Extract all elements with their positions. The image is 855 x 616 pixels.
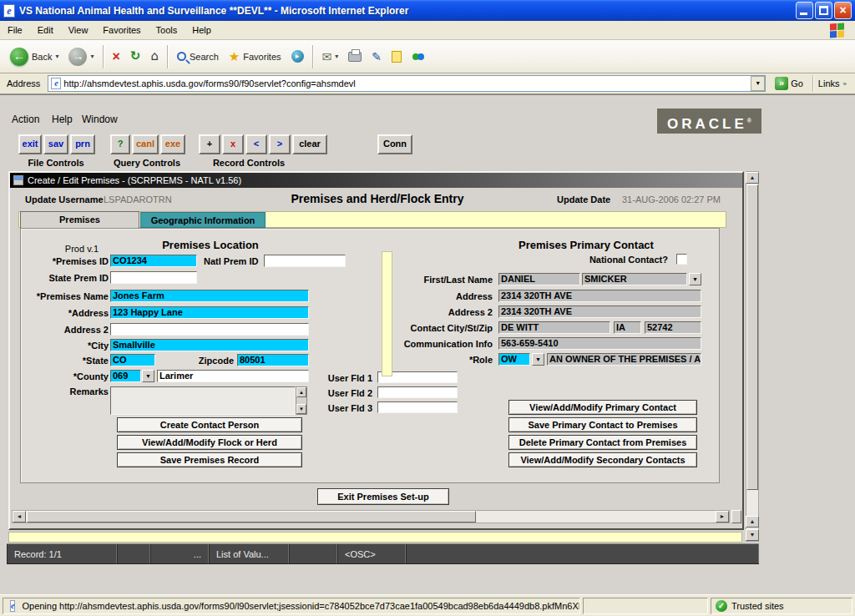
go-button[interactable]: » Go bbox=[770, 77, 808, 90]
forms-window-titlebar[interactable]: Create / Edit Premises - (SCRPREMS - NAT… bbox=[10, 173, 742, 188]
first-name-field[interactable]: DANIEL bbox=[498, 273, 580, 285]
horizontal-scrollbar-thumb[interactable] bbox=[27, 511, 476, 523]
scroll-left-icon[interactable]: ◄ bbox=[13, 511, 26, 523]
zipcode-field[interactable]: 80501 bbox=[237, 354, 309, 366]
contact-address2-label: Address 2 bbox=[369, 307, 493, 317]
refresh-button[interactable]: ↻ bbox=[125, 43, 146, 71]
vertical-scrollbar-thumb[interactable] bbox=[746, 184, 758, 490]
view-add-modify-flock-or-herd-button[interactable]: View/Add/Modify Flock or Herd bbox=[117, 435, 302, 450]
menu-edit[interactable]: Edit bbox=[30, 22, 61, 38]
remarks-scroll-up-icon[interactable]: ▲ bbox=[296, 387, 306, 397]
save-premises-record-button[interactable]: Save Premises Record bbox=[117, 452, 302, 467]
clear-record-button[interactable]: clear bbox=[292, 134, 327, 154]
remarks-scroll-down-icon[interactable]: ▼ bbox=[296, 404, 306, 414]
scroll-up-bottom-icon[interactable]: ▲ bbox=[746, 516, 759, 528]
premises-id-field[interactable]: CO1234 bbox=[110, 255, 197, 267]
menu-favorites[interactable]: Favorites bbox=[95, 22, 148, 38]
scroll-right-icon[interactable]: ► bbox=[716, 511, 729, 523]
query-button[interactable]: ? bbox=[110, 134, 130, 154]
media-button[interactable]: ▸ bbox=[286, 43, 309, 71]
previous-record-button[interactable]: < bbox=[245, 134, 267, 154]
role-dropdown-button[interactable]: ▼ bbox=[532, 353, 544, 366]
home-button[interactable]: ⌂ bbox=[145, 43, 164, 71]
state-prem-id-field[interactable] bbox=[110, 271, 197, 284]
national-contact-checkbox[interactable] bbox=[676, 254, 687, 265]
forms-window-title: Create / Edit Premises - (SCRPREMS - NAT… bbox=[28, 173, 241, 188]
menu-help[interactable]: Help bbox=[185, 22, 219, 38]
edit-button[interactable]: ✎ bbox=[367, 43, 387, 71]
forward-button[interactable]: → ▾ bbox=[63, 43, 99, 71]
remarks-scrollbar[interactable]: ▲ ▼ bbox=[296, 386, 307, 415]
last-name-field[interactable]: SMICKER bbox=[582, 273, 687, 285]
applet-menu-help[interactable]: Help bbox=[52, 114, 73, 125]
contact-zip-field[interactable]: 52742 bbox=[645, 321, 701, 334]
minimize-button[interactable] bbox=[796, 2, 813, 19]
search-button[interactable]: Search bbox=[172, 43, 224, 71]
county-name-field[interactable]: Larimer bbox=[157, 370, 309, 382]
role-code-field[interactable]: OW bbox=[498, 353, 530, 366]
exit-premises-setup-button[interactable]: Exit Premises Set-up bbox=[317, 488, 449, 505]
communication-info-field[interactable]: 563-659-5410 bbox=[498, 337, 701, 350]
conn-button[interactable]: Conn bbox=[377, 134, 412, 154]
create-contact-person-button[interactable]: Create Contact Person bbox=[117, 417, 302, 432]
vertical-scrollbar[interactable]: ▲ ▲ ▼ bbox=[746, 171, 759, 542]
horizontal-scrollbar[interactable]: ◄ ► bbox=[12, 510, 730, 523]
print-record-button[interactable]: prn bbox=[70, 134, 95, 154]
contact-city-field[interactable]: DE WITT bbox=[498, 321, 610, 334]
applet-menu-action[interactable]: Action bbox=[12, 114, 39, 125]
notes-button[interactable] bbox=[387, 43, 407, 71]
applet-menu-window[interactable]: Window bbox=[82, 114, 118, 125]
scroll-up-icon[interactable]: ▲ bbox=[746, 172, 759, 184]
links-button[interactable]: Links » bbox=[818, 78, 852, 88]
user-fld-2-field[interactable] bbox=[377, 386, 458, 398]
view-add-modify-primary-contact-button[interactable]: View/Add/Modify Primary Contact bbox=[508, 400, 697, 415]
search-icon bbox=[177, 52, 186, 61]
remarks-field[interactable] bbox=[110, 386, 296, 415]
user-fld-3-field[interactable] bbox=[377, 401, 458, 413]
maximize-button[interactable] bbox=[815, 2, 832, 19]
address2-field[interactable] bbox=[110, 323, 309, 336]
mail-button[interactable]: ✉ ▾ bbox=[317, 43, 344, 71]
scroll-down-icon[interactable]: ▼ bbox=[746, 529, 759, 541]
back-icon: ← bbox=[10, 48, 28, 66]
forms-window-content: Update Username LSPADAROTRN Premises and… bbox=[10, 188, 742, 528]
exit-button[interactable]: exit bbox=[18, 134, 42, 154]
close-button[interactable]: × bbox=[834, 2, 852, 19]
county-dropdown-button[interactable]: ▼ bbox=[142, 370, 154, 382]
contact-address-field[interactable]: 2314 320TH AVE bbox=[498, 290, 701, 302]
tab-premises[interactable]: Premises bbox=[20, 211, 139, 228]
delete-record-button[interactable]: x bbox=[222, 134, 244, 154]
premises-location-heading: Premises Location bbox=[110, 239, 311, 251]
premises-name-field[interactable]: Jones Farm bbox=[110, 290, 309, 302]
record-count-status: Record: 1/1 bbox=[7, 544, 117, 563]
user-fld-1-label: User Fld 1 bbox=[321, 373, 372, 383]
next-record-button[interactable]: > bbox=[269, 134, 291, 154]
delete-primary-contact-from-premises-button[interactable]: Delete Primary Contact from Premises bbox=[508, 435, 697, 450]
menu-view[interactable]: View bbox=[61, 22, 96, 38]
address-dropdown-button[interactable]: ▼ bbox=[751, 76, 765, 91]
favorites-button[interactable]: ★ Favorites bbox=[224, 43, 286, 71]
natl-prem-id-field[interactable] bbox=[264, 255, 346, 267]
messenger-button[interactable] bbox=[407, 43, 430, 71]
save-primary-contact-to-premises-button[interactable]: Save Primary Contact to Premises bbox=[508, 417, 697, 432]
role-description-field[interactable]: AN OWNER OF THE PREMISES / AI bbox=[547, 353, 701, 366]
menu-tools[interactable]: Tools bbox=[149, 22, 185, 38]
stop-button[interactable]: × bbox=[108, 43, 125, 71]
back-button[interactable]: ← Back ▾ bbox=[5, 43, 63, 71]
contact-address2-field[interactable]: 2314 320TH AVE bbox=[498, 305, 701, 318]
add-record-button[interactable]: + bbox=[199, 134, 220, 154]
contact-name-dropdown-button[interactable]: ▼ bbox=[689, 273, 701, 285]
cancel-query-button[interactable]: canl bbox=[132, 134, 159, 154]
address-field[interactable]: 123 Happy Lane bbox=[110, 306, 309, 319]
state-field[interactable]: CO bbox=[110, 354, 155, 366]
menu-file[interactable]: File bbox=[0, 22, 30, 38]
print-button[interactable] bbox=[343, 43, 367, 71]
save-button[interactable]: sav bbox=[43, 134, 68, 154]
execute-query-button[interactable]: exe bbox=[160, 134, 185, 154]
county-code-field[interactable]: 069 bbox=[110, 370, 141, 382]
city-field[interactable]: Smallville bbox=[110, 339, 309, 351]
address-input[interactable] bbox=[63, 76, 751, 91]
contact-state-field[interactable]: IA bbox=[614, 321, 641, 334]
tab-geographic-information[interactable]: Geographic Information bbox=[140, 212, 266, 228]
view-add-modify-secondary-contacts-button[interactable]: View/Add/Modify Secondary Contacts bbox=[508, 452, 697, 467]
